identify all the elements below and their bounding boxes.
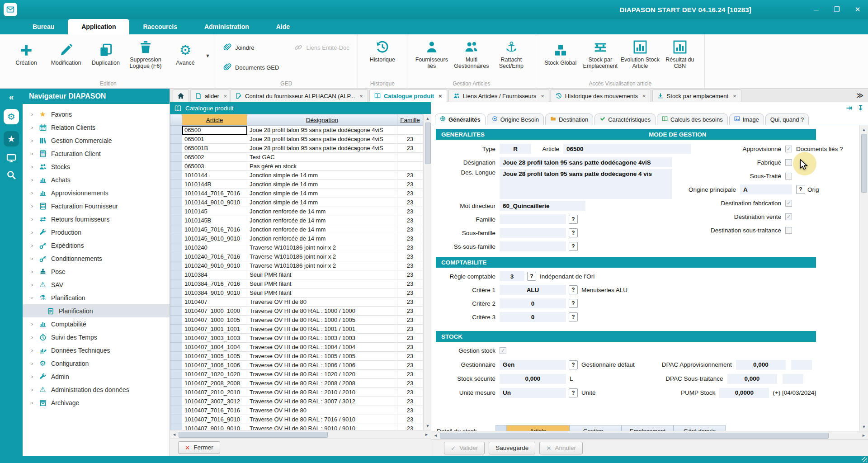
row-selector[interactable] [170, 207, 182, 216]
form-vertical-scrollbar[interactable]: ▲ ▼ [859, 125, 868, 431]
cell-famille[interactable]: 23 [397, 243, 423, 252]
row-selector[interactable] [170, 135, 182, 144]
cell-designation[interactable]: Traverse OV HI de 80 RAL : 1000 / 1000 [247, 307, 397, 316]
scroll-down-icon[interactable]: ▼ [424, 421, 431, 430]
cell-famille[interactable]: 23 [397, 352, 423, 361]
cell-designation[interactable]: Traverse OV HI de 80 RAL : 1001 / 1001 [247, 325, 397, 334]
cell-article[interactable]: 065002 [182, 153, 247, 162]
checkbox-destination-fabrication[interactable] [785, 200, 792, 207]
form-field[interactable]: Gen [500, 360, 566, 370]
cell-famille[interactable]: 23 [397, 397, 423, 406]
row-selector[interactable] [170, 307, 182, 316]
scrollbar-thumb[interactable] [425, 123, 431, 164]
cell-article[interactable]: 1010240_9010_9010 [182, 261, 247, 270]
cell-designation[interactable]: Jonction simple de 14 mm [247, 171, 397, 180]
row-selector[interactable] [170, 334, 182, 343]
detail-column-article[interactable]: Article [506, 425, 570, 431]
form-tab-qui-quand[interactable]: Qui, quand ? [765, 113, 809, 125]
sidebar-item-archivage[interactable]: ›Archivage [23, 396, 170, 409]
cell-famille[interactable]: 23 [397, 261, 423, 270]
cell-famille[interactable] [397, 162, 423, 171]
row-selector[interactable] [170, 298, 182, 307]
tab-alider[interactable]: alider× [190, 90, 229, 102]
cell-designation[interactable]: Seuil PMR filant [247, 288, 397, 298]
sidebar-item-admin[interactable]: ›Admin [23, 370, 170, 383]
row-selector[interactable] [170, 406, 182, 415]
sidebar-item-configuration[interactable]: ›⚙Configuration [23, 357, 170, 370]
cell-article[interactable]: 1010407_1006_1006 [182, 361, 247, 370]
row-selector[interactable] [170, 144, 182, 153]
form-field[interactable]: 3 [500, 271, 524, 281]
checkbox-approvisionn[interactable] [785, 146, 792, 152]
cell-designation[interactable]: Traverse OV HI de 80 RAL : 3007 / 3012 [247, 397, 397, 406]
sidebar-item-administration-des-donn-es[interactable]: ›⚠Administration des données [23, 383, 170, 396]
cell-designation[interactable]: Traverse W1010186 joint noir x 2 [247, 252, 397, 261]
cell-famille[interactable]: 23 [397, 424, 423, 430]
checkbox-fabriqu[interactable] [785, 159, 792, 166]
cell-famille[interactable]: 23 [397, 325, 423, 334]
cell-designation[interactable]: Traverse OV HI de 80 RAL : 1005 / 1005 [247, 352, 397, 361]
form-field[interactable]: 0 [500, 312, 566, 322]
cell-designation[interactable]: Traverse OV HI de 80 RAL : 1006 / 1006 [247, 361, 397, 370]
form-field[interactable]: 0,000 [500, 374, 566, 384]
cell-article[interactable]: 1010407_2010_2010 [182, 388, 247, 397]
cell-famille[interactable]: 23 [397, 279, 423, 288]
scroll-left-icon[interactable]: ◄ [431, 431, 440, 440]
ribbon-button-avanc[interactable]: ⚙Avancé [165, 40, 205, 66]
cell-famille[interactable]: 23 [397, 171, 423, 180]
cell-article[interactable]: 1010240_7016_7016 [182, 252, 247, 261]
tab-overflow-icon[interactable]: ≫ [852, 89, 868, 102]
scroll-right-icon[interactable]: ► [422, 430, 431, 439]
cell-designation[interactable]: Jonction simple de 14 mm [247, 180, 397, 189]
ribbon-button-duplication[interactable]: Duplication [86, 40, 126, 66]
cell-designation[interactable]: Jonction renforcée de 14 mm [247, 207, 397, 216]
cell-famille[interactable]: 23 [397, 379, 423, 388]
close-icon[interactable]: ✕ [847, 0, 868, 19]
cell-article[interactable]: 1010384_7016_7016 [182, 279, 247, 288]
close-icon[interactable]: × [439, 93, 442, 99]
help-button[interactable]: ? [569, 360, 578, 369]
tab-liens-articles-fournisseurs[interactable]: Liens Articles / Fournisseurs× [448, 90, 549, 102]
row-selector[interactable] [170, 198, 182, 207]
ribbon-button-documents-ged[interactable]: Documents GED [223, 63, 279, 71]
form-tab-destination[interactable]: Destination [545, 113, 593, 125]
row-selector[interactable] [170, 243, 182, 252]
cell-famille[interactable]: 23 [397, 189, 423, 198]
star-icon[interactable]: ★ [4, 131, 19, 146]
checkbox-destination-sous-traitance[interactable] [785, 227, 792, 234]
sidebar-item-sav[interactable]: ›⚠SAV [23, 278, 170, 291]
cell-article[interactable]: 1010407_9010_9010 [182, 424, 247, 430]
sidebar-item-pose[interactable]: ›Pose [23, 265, 170, 278]
row-selector[interactable] [170, 370, 182, 379]
table-horizontal-scrollbar[interactable]: ◄ ► [170, 430, 431, 439]
sidebar-item-facturation-client[interactable]: ›Facturation Client [23, 147, 170, 160]
cell-famille[interactable]: 23 [397, 415, 423, 424]
cell-designation[interactable]: Traverse OV HI de 80 RAL : 2008 / 2008 [247, 379, 397, 388]
cell-famille[interactable]: 23 [397, 216, 423, 225]
form-tab-origine-besoin[interactable]: Origine Besoin [487, 113, 544, 125]
row-selector[interactable] [170, 234, 182, 243]
form-field[interactable] [500, 241, 566, 251]
row-selector[interactable] [170, 261, 182, 270]
ribbon-button-cr-ation[interactable]: Création [6, 40, 46, 66]
cell-famille[interactable]: 23 [397, 370, 423, 379]
cell-article[interactable]: 1010407_1004_1004 [182, 343, 247, 352]
cell-designation[interactable]: Traverse OV HI de 80 RAL : 1000 / 1005 [247, 316, 397, 325]
form-field[interactable] [783, 374, 803, 384]
cell-designation[interactable]: Pas géré en stock [247, 162, 397, 171]
cell-designation[interactable]: Jonction simple de 14 mm [247, 189, 397, 198]
tab-home[interactable] [173, 90, 189, 102]
row-selector[interactable] [170, 126, 182, 135]
form-field[interactable] [500, 228, 566, 238]
row-selector[interactable] [170, 424, 182, 430]
cell-famille[interactable]: 23 [397, 135, 423, 144]
form-field[interactable]: Joue 28 profil talon 95 sans patte dodéc… [500, 157, 672, 167]
sidebar-item-relation-clients[interactable]: ›Relation Clients [23, 121, 170, 134]
cell-article[interactable]: 1010145_9010_9010 [182, 234, 247, 243]
tab-catalogue-produit[interactable]: Catalogue produit× [369, 90, 447, 102]
form-tab-image[interactable]: Image [729, 113, 764, 125]
sidebar-item-facturation-fournisseur[interactable]: ›Facturation Fournisseur [23, 199, 170, 213]
valider-button[interactable]: ✓ Valider [444, 442, 485, 454]
sidebar-item-planification-child[interactable]: Planification [23, 304, 170, 317]
collapse-sidebar-button[interactable]: « [9, 92, 14, 102]
